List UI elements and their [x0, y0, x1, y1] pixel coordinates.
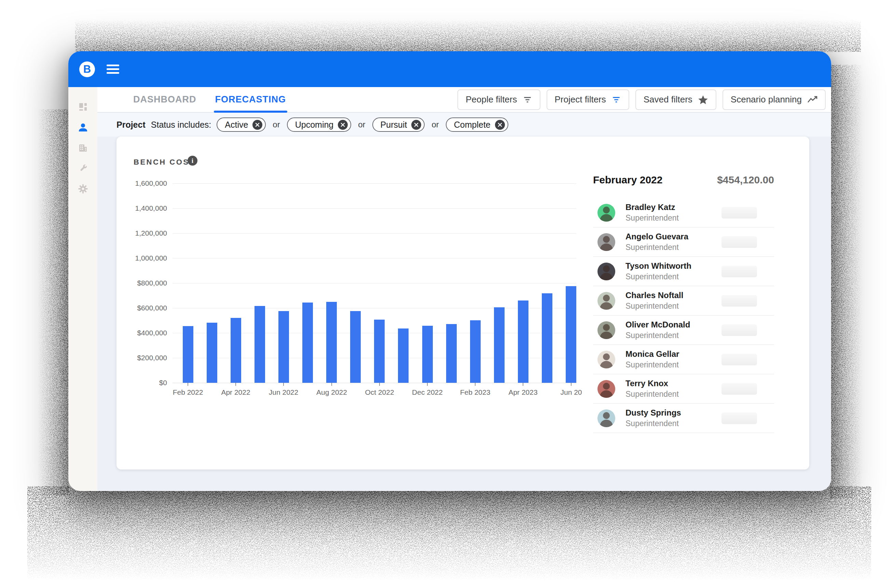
bar-Mar 2022[interactable] [207, 323, 217, 383]
sidebar-item-people[interactable] [78, 122, 88, 133]
y-axis-label: $600,000 [137, 304, 167, 312]
gridline [172, 283, 576, 283]
status-filter-chip[interactable]: Complete [446, 118, 508, 132]
avatar [598, 262, 615, 280]
selected-month-label: February 2022 [593, 174, 662, 186]
remove-chip-icon[interactable] [411, 120, 421, 130]
avatar [598, 204, 615, 222]
person-row[interactable]: Terry Knox Superintendent [593, 374, 774, 404]
x-axis-tick [331, 383, 332, 386]
bar-Sep 2022[interactable] [350, 311, 361, 383]
x-axis-tick [283, 383, 284, 386]
person-name: Monica Gellar [625, 349, 679, 359]
detail-panel: February 2022 $454,120.00 [593, 174, 774, 433]
bar-Dec 2022[interactable] [422, 326, 433, 383]
project-filters-label: Project filters [555, 94, 606, 105]
redacted-value-pill [722, 413, 757, 424]
y-axis-label: $200,000 [137, 354, 167, 362]
sidebar-item-dashboard[interactable] [78, 102, 88, 112]
status-filter-chip[interactable]: Upcoming [287, 118, 352, 132]
saved-filters-label: Saved filters [643, 94, 692, 105]
x-axis-tick [236, 383, 236, 386]
status-filter-chip[interactable]: Pursuit [372, 118, 425, 132]
remove-chip-icon[interactable] [495, 120, 505, 130]
bar-Apr 2023[interactable] [518, 300, 529, 383]
bar-Oct 2022[interactable] [374, 320, 385, 383]
x-axis-tick [571, 383, 571, 386]
person-row[interactable]: Monica Gellar Superintendent [593, 345, 774, 374]
person-role: Superintendent [625, 213, 679, 223]
person-row[interactable]: Tyson Whitworth Superintendent [593, 257, 774, 286]
bar-Nov 2022[interactable] [398, 329, 409, 383]
person-role: Superintendent [625, 243, 689, 252]
bar-Aug 2022[interactable] [326, 302, 337, 383]
gridline [172, 208, 576, 209]
person-row[interactable]: Bradley Katz Superintendent [593, 198, 774, 228]
person-name: Dusty Springs [625, 408, 681, 418]
sidebar-item-tools[interactable] [78, 163, 88, 173]
noise-shadow-left [35, 109, 69, 495]
avatar [598, 233, 615, 251]
gear-icon [78, 184, 88, 194]
filter-list-icon [612, 95, 621, 104]
sidebar-item-projects[interactable] [78, 143, 88, 153]
x-axis-tick [379, 383, 380, 386]
building-icon [78, 143, 88, 153]
x-axis-label: Jun 20 [560, 388, 582, 397]
x-axis-label: Feb 2023 [460, 388, 491, 397]
saved-filters-button[interactable]: Saved filters [636, 89, 716, 110]
bar-Mar 2023[interactable] [494, 307, 504, 383]
remove-chip-icon[interactable] [252, 120, 262, 130]
noise-shadow-right [830, 65, 866, 499]
status-filter-chip[interactable]: Active [217, 118, 266, 132]
bar-Apr 2022[interactable] [231, 318, 241, 383]
person-row[interactable]: Oliver McDonald Superintendent [593, 315, 774, 345]
tabs-row: DASHBOARD FORECASTING People filters Pro… [97, 87, 831, 113]
x-axis-tick [523, 383, 523, 386]
chart-title: BENCH COST [134, 158, 195, 167]
person-role: Superintendent [625, 331, 690, 340]
x-axis-label: Oct 2022 [365, 388, 394, 397]
bar-May 2023[interactable] [542, 293, 553, 383]
bar-Jun 2023[interactable] [566, 286, 576, 383]
scenario-planning-button[interactable]: Scenario planning [722, 89, 826, 110]
x-axis-label: Aug 2022 [316, 388, 347, 397]
y-axis-label: 1,600,000 [135, 179, 167, 187]
x-axis-tick [427, 383, 428, 386]
x-axis-tick [187, 383, 188, 386]
avatar [598, 292, 615, 310]
main-area: BENCH COST i 1,600,0001,400,0001,200,000… [97, 137, 831, 491]
bar-Feb 2023[interactable] [470, 320, 481, 383]
remove-chip-icon[interactable] [338, 120, 348, 130]
project-filters-button[interactable]: Project filters [547, 89, 629, 110]
people-list: Bradley Katz Superintendent [593, 198, 774, 433]
hamburger-menu-icon[interactable] [107, 65, 119, 74]
bar-Feb 2022[interactable] [183, 326, 193, 383]
person-row[interactable]: Dusty Springs Superintendent [593, 404, 774, 433]
bar-Jun 2022[interactable] [278, 311, 289, 383]
person-role: Superintendent [625, 302, 683, 311]
people-filters-button[interactable]: People filters [458, 89, 540, 110]
chip-label: Pursuit [381, 120, 407, 130]
dashboard-icon [78, 102, 88, 112]
y-axis-label: 1,000,000 [135, 254, 167, 262]
person-icon [78, 122, 88, 133]
person-name: Oliver McDonald [625, 320, 690, 330]
sidebar-item-settings[interactable] [78, 184, 88, 194]
star-icon [698, 95, 708, 105]
person-row[interactable]: Charles Noftall Superintendent [593, 286, 774, 315]
chip-label: Active [225, 120, 248, 130]
info-icon[interactable]: i [187, 156, 198, 166]
redacted-value-pill [722, 324, 757, 336]
bar-May 2022[interactable] [255, 306, 265, 383]
tab-dashboard[interactable]: DASHBOARD [133, 87, 196, 112]
tab-forecasting[interactable]: FORECASTING [215, 87, 286, 112]
noise-shadow-bottom [27, 486, 871, 586]
person-role: Superintendent [625, 272, 692, 281]
bar-chart: Feb 2022Apr 2022Jun 2022Aug 2022Oct 2022… [172, 183, 576, 383]
bar-Jul 2022[interactable] [302, 303, 313, 383]
person-row[interactable]: Angelo Guevara Superintendent [593, 228, 774, 257]
x-axis-label: Dec 2022 [412, 388, 443, 397]
or-separator: or [273, 120, 280, 130]
bar-Jan 2023[interactable] [446, 324, 457, 383]
